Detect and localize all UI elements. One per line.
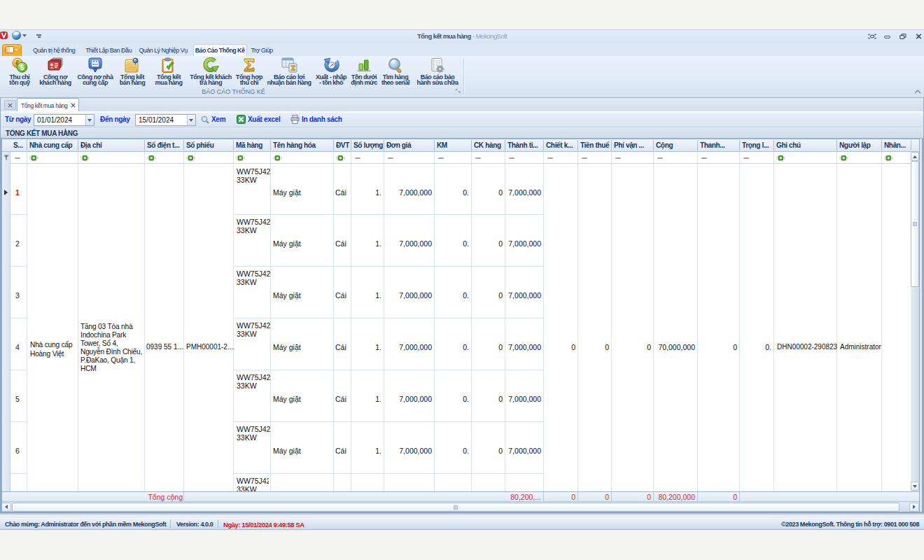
svg-text:$: $: [20, 63, 24, 71]
